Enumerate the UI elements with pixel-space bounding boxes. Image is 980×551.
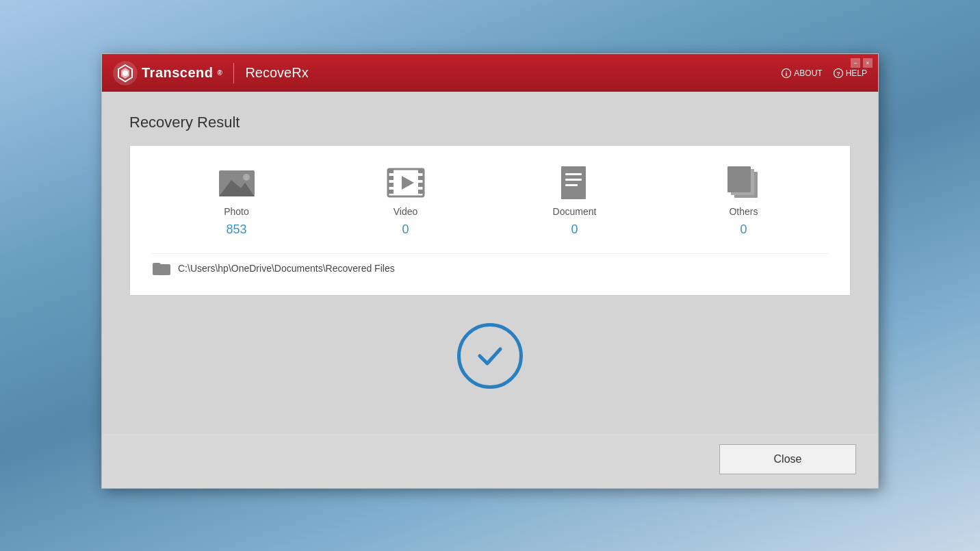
close-btn-row: Close (102, 433, 878, 488)
others-item: Others 0 (659, 165, 828, 237)
svg-rect-19 (561, 166, 586, 199)
others-icon (725, 165, 763, 201)
svg-rect-14 (418, 169, 424, 173)
recovery-path: C:\Users\hp\OneDrive\Documents\Recovered… (178, 263, 395, 274)
svg-rect-16 (418, 183, 424, 187)
success-container (129, 323, 851, 389)
folder-icon (152, 261, 171, 276)
about-button[interactable]: i ABOUT (782, 68, 822, 78)
main-content: Recovery Result Photo 853 (102, 92, 878, 433)
svg-rect-21 (565, 179, 582, 181)
svg-point-1 (122, 71, 128, 76)
help-icon: ? (834, 68, 843, 78)
others-label: Others (729, 206, 758, 217)
help-button[interactable]: ? HELP (834, 68, 867, 78)
svg-rect-22 (565, 184, 578, 186)
svg-rect-10 (388, 169, 394, 173)
checkmark-icon (472, 337, 508, 374)
app-title: RecoveRx (245, 65, 308, 81)
svg-point-8 (243, 174, 250, 181)
document-item: Document 0 (490, 165, 659, 237)
close-window-button[interactable]: × (863, 58, 873, 68)
success-icon (457, 323, 523, 389)
svg-rect-12 (388, 183, 394, 187)
svg-rect-20 (565, 173, 582, 175)
others-count: 0 (740, 222, 747, 237)
close-button[interactable]: Close (719, 444, 856, 474)
svg-rect-11 (388, 176, 394, 180)
photo-count: 853 (226, 222, 246, 237)
video-item: Video 0 (321, 165, 490, 237)
svg-marker-18 (402, 176, 414, 190)
photo-label: Photo (224, 206, 249, 217)
svg-text:?: ? (836, 71, 840, 77)
result-card: Photo 853 (129, 145, 851, 296)
document-label: Document (553, 206, 597, 217)
transcend-icon (113, 61, 138, 86)
video-count: 0 (402, 222, 409, 237)
title-bar-right: i ABOUT ? HELP (782, 68, 867, 78)
svg-rect-25 (727, 166, 751, 192)
svg-text:i: i (786, 71, 788, 77)
title-divider (233, 63, 234, 84)
svg-rect-15 (418, 176, 424, 180)
video-label: Video (394, 206, 418, 217)
brand-name: Transcend (142, 65, 214, 81)
svg-rect-13 (388, 190, 394, 194)
transcend-logo: Transcend® (113, 61, 222, 86)
app-window: Transcend® RecoveRx i ABOUT ? HELP − (101, 53, 879, 489)
svg-rect-17 (418, 190, 424, 194)
section-title: Recovery Result (129, 114, 240, 131)
document-icon (556, 165, 594, 201)
file-types-row: Photo 853 (152, 165, 828, 237)
document-count: 0 (571, 222, 578, 237)
title-bar: Transcend® RecoveRx i ABOUT ? HELP − (102, 54, 878, 92)
recovery-path-row: C:\Users\hp\OneDrive\Documents\Recovered… (152, 253, 828, 276)
video-icon (387, 165, 425, 201)
minimize-button[interactable]: − (851, 58, 860, 68)
photo-icon (218, 165, 256, 201)
brand-reg: ® (218, 69, 223, 77)
window-controls: − × (851, 58, 873, 68)
photo-item: Photo 853 (152, 165, 321, 237)
about-icon: i (782, 68, 791, 78)
